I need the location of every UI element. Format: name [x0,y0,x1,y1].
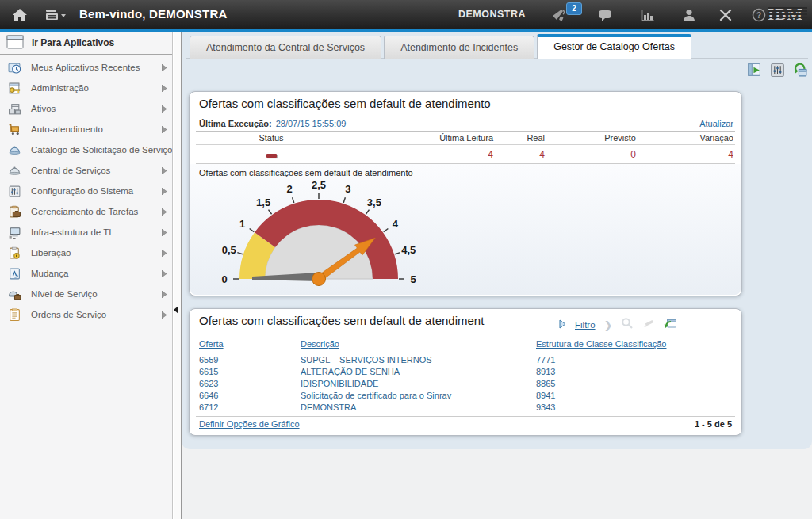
sidebar-item-catalogo-solicitacao[interactable]: Catálogo de Solicitação de Serviço [0,139,172,160]
cell-estrutura[interactable]: 8913 [536,367,741,376]
gauge-tick-label: 3 [345,183,350,195]
profile-icon[interactable] [680,6,698,24]
cell-estrutura[interactable]: 8941 [536,391,741,400]
workorder-clipboard-icon [6,308,22,322]
gauge-tick-label: 2 [287,183,293,195]
atualizar-link[interactable]: Atualizar [699,119,733,128]
last-execution-value: 28/07/15 15:55:09 [276,119,347,128]
sidebar-item-infra-estrutura-ti[interactable]: Infra-estrutura de TI [0,222,172,242]
layout-settings-icon[interactable] [770,63,785,78]
table-row: 6559SUPGL – SERVIÇOS INTERNOS7771 [190,353,741,365]
gauge-tick [269,210,272,215]
submenu-arrow-icon [162,188,167,195]
filter-bar: Filtro ❯ [559,317,677,333]
recent-apps-icon [6,61,22,74]
tab-gestor-catalogo[interactable]: Gestor de Catalogo Ofertas [537,34,691,59]
kpi-table-values: 4 4 0 4 [196,145,735,164]
gauge-tick-label: 2,5 [312,179,326,191]
chat-bubble-icon[interactable] [596,6,614,24]
cell-descricao[interactable]: ALTERAÇÃO DE SENHA [301,367,536,376]
gauge-chart-container: 00,511,522,533,544,55 [220,179,418,293]
sidebar-item-label: Gerenciamento de Tarefas [31,207,138,216]
cell-descricao[interactable]: Solicitação de certificado para o Sinrav [301,391,536,400]
edit-icon[interactable] [642,317,655,333]
offers-table-body: 6559SUPGL – SERVIÇOS INTERNOS77716615ALT… [190,353,741,413]
gauge-tick-label: 5 [410,273,416,285]
kpi-portlet-title: Ofertas com classificações sem default d… [199,97,491,110]
sidebar-item-nivel-servico[interactable]: Nível de Serviço [0,284,172,304]
sidebar-item-label: Configuração do Sistema [31,186,133,196]
cell-oferta[interactable]: 6712 [190,403,301,412]
cell-estrutura[interactable]: 9343 [536,403,741,412]
sidebar-item-ativos[interactable]: Ativos [0,98,172,119]
ibm-logo: IBM [768,6,807,23]
submenu-arrow-icon [162,85,167,92]
help-icon[interactable]: ? [750,6,768,24]
tab-atendimento-central[interactable]: Atendimento da Central de Serviços [190,36,381,59]
cell-descricao[interactable]: SUPGL – SERVIÇOS INTERNOS [301,355,536,364]
gauge-tick [395,253,400,254]
col-descricao[interactable]: Descrição [301,339,339,349]
assets-icon [6,102,22,116]
sidebar-item-liberacao[interactable]: Liberação [0,242,172,263]
sidebar-item-gerenciamento-tarefas[interactable]: Gerenciamento de Tarefas [0,201,172,222]
graph-options-link[interactable]: Definir Opções de Gráfico [199,419,300,429]
sidebar-item-ordens-servico[interactable]: Ordens de Serviço [0,304,172,325]
offers-portlet-title: Ofertas com classificações sem default d… [199,314,484,327]
home-icon[interactable] [11,6,29,24]
sidebar-item-administracao[interactable]: Administração [0,78,172,98]
col-estrutura[interactable]: Estrutura de Classe Classificação [536,339,666,349]
gauge-tick [366,210,369,215]
cell-descricao[interactable]: IDISPONIBILIDADE [301,379,536,388]
submenu-arrow-icon [162,167,167,174]
kpi-variacao-value: 4 [636,149,735,160]
sidebar-item-mudanca[interactable]: Mudança [0,263,172,284]
cell-descricao[interactable]: DEMONSTRA [301,403,536,412]
sliders-icon [6,185,22,198]
col-variacao: Variação [636,133,735,143]
sidebar-item-label: Central de Serviços [31,166,110,175]
announcements-icon[interactable] [550,6,568,24]
sidebar-item-label: Catálogo de Solicitação de Serviço [31,145,172,155]
cell-estrutura[interactable]: 7771 [536,355,741,364]
gauge-tick [237,253,243,254]
cell-oferta[interactable]: 6646 [190,391,301,400]
kpi-portlet: Ofertas com classificações sem default d… [189,91,742,296]
filtro-link[interactable]: Filtro [575,320,596,330]
open-in-window-icon[interactable] [664,317,677,333]
computer-icon [6,226,22,239]
sidebar-item-label: Ordens de Serviço [31,310,106,319]
submenu-arrow-icon [162,250,167,257]
catalog-bell-icon [6,143,22,157]
sidebar-item-meus-aplicativos-recentes[interactable]: Meus Aplicativos Recentes [0,57,172,78]
table-row: 6712DEMONSTRA9343 [190,401,741,413]
sidebar-resize-strip[interactable] [172,32,182,519]
bar-chart-icon[interactable] [639,6,657,24]
cell-oferta[interactable]: 6615 [190,367,301,376]
table-row: 6623IDISPONIBILIDADE8865 [190,377,741,389]
submenu-arrow-icon [162,270,167,277]
col-oferta[interactable]: Oferta [199,339,224,349]
sidebar-title: Ir Para Aplicativos [32,37,114,48]
kpi-previsto-value: 0 [545,149,636,160]
filter-expand-icon[interactable] [559,318,566,332]
sidebar-item-configuracao-sistema[interactable]: Configuração do Sistema [0,181,172,201]
cell-oferta[interactable]: 6623 [190,379,301,388]
sidebar-item-central-servicos[interactable]: Central de Serviços [0,160,172,181]
submenu-arrow-icon [162,64,167,71]
cell-oferta[interactable]: 6559 [190,355,301,364]
logout-icon[interactable] [717,6,734,24]
gauge-tick-label: 1,5 [256,197,270,208]
tab-atendimento-incidentes[interactable]: Atendimento de Incidentes [384,36,534,59]
notification-badge[interactable]: 2 [566,2,582,15]
change-clipboard-icon [6,267,22,280]
search-icon[interactable] [621,317,634,333]
sidebar-item-label: Infra-estrutura de TI [31,227,111,237]
sidebar-item-auto-atendimento[interactable]: Auto-atendimento [0,119,172,139]
goto-menu-icon[interactable] [44,6,62,24]
display-settings-icon[interactable] [747,63,762,78]
applications-window-icon [6,35,24,52]
sidebar-collapse-handle[interactable] [174,303,178,317]
cell-estrutura[interactable]: 8865 [536,379,741,388]
update-startcenter-icon[interactable] [793,63,808,78]
